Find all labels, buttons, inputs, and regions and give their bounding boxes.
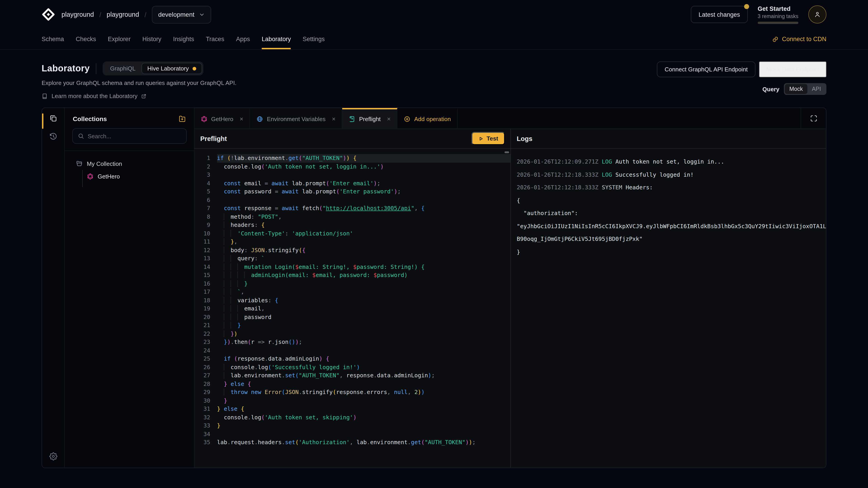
line-number: 20 xyxy=(194,313,217,321)
tab-environment-variables[interactable]: Environment Variables× xyxy=(250,108,342,128)
code-editor[interactable]: 1if (!lab.environment.get("AUTH_TOKEN"))… xyxy=(194,149,510,468)
line-number: 25 xyxy=(194,355,217,363)
code-line[interactable]: 26 console.log('Successfully logged in!'… xyxy=(194,363,510,371)
line-number: 13 xyxy=(194,254,217,263)
query-mode-api[interactable]: API xyxy=(807,84,826,94)
code-line[interactable]: 12 body: JSON.stringify({ xyxy=(194,246,510,254)
query-mode-mock[interactable]: Mock xyxy=(785,84,807,94)
line-content: const email = await lab.prompt('Enter em… xyxy=(217,179,510,188)
code-line[interactable]: 15 adminLogin(email: $email, password: $… xyxy=(194,271,510,280)
collections-search-input[interactable]: Search... xyxy=(72,128,187,144)
code-line[interactable]: 35lab.request.headers.set('Authorization… xyxy=(194,438,510,447)
tab-bar: GetHero×Environment Variables×Preflight×… xyxy=(194,108,826,129)
tab-preflight[interactable]: Preflight× xyxy=(342,108,398,128)
code-line[interactable]: 29 throw new Error(JSON.stringify(respon… xyxy=(194,388,510,396)
code-line[interactable]: 3 xyxy=(194,171,510,179)
code-line[interactable]: 34 xyxy=(194,430,510,438)
code-line[interactable]: 23 }).then(r => r.json()); xyxy=(194,338,510,346)
line-number: 35 xyxy=(194,438,217,447)
log-line: { xyxy=(517,194,826,207)
folder-plus-icon[interactable] xyxy=(179,115,186,123)
tab-gethero[interactable]: GetHero× xyxy=(194,108,250,128)
nav-item-laboratory[interactable]: Laboratory xyxy=(262,29,291,49)
line-number: 24 xyxy=(194,346,217,355)
line-number: 18 xyxy=(194,296,217,304)
code-line[interactable]: 21 } xyxy=(194,321,510,330)
code-line[interactable]: 33} xyxy=(194,422,510,430)
editor-scrollbar-thumb[interactable] xyxy=(504,151,509,153)
code-line[interactable]: 10 'Content-Type': 'application/json' xyxy=(194,229,510,238)
code-line[interactable]: 32 console.log('Auth token set, skipping… xyxy=(194,413,510,422)
code-line[interactable]: 13 query: ` xyxy=(194,254,510,263)
line-content: const response = await fetch("http://loc… xyxy=(217,204,510,213)
code-line[interactable]: 25 if (response.data.adminLogin) { xyxy=(194,355,510,363)
query-mode-label: Query xyxy=(763,86,779,92)
script-icon xyxy=(349,116,355,122)
user-avatar[interactable] xyxy=(808,5,827,24)
search-icon xyxy=(78,133,84,139)
target-selector[interactable]: development xyxy=(152,6,211,23)
laboratory-panel: Collections Search... My Collection xyxy=(41,107,827,468)
nav-item-schema[interactable]: Schema xyxy=(41,29,64,49)
breadcrumb-project[interactable]: playground xyxy=(107,11,139,18)
fullscreen-button[interactable] xyxy=(801,108,826,128)
nav-item-settings[interactable]: Settings xyxy=(303,29,325,49)
mode-option-graphiql[interactable]: GraphiQL xyxy=(104,63,142,74)
code-line[interactable]: 31} else { xyxy=(194,405,510,413)
code-line[interactable]: 18 variables: { xyxy=(194,296,510,304)
code-line[interactable]: 24 xyxy=(194,346,510,355)
collections-icon[interactable] xyxy=(49,114,57,123)
connect-to-cdn-link[interactable]: Connect to CDN xyxy=(772,29,827,49)
tab-label: GetHero xyxy=(211,116,233,122)
close-icon[interactable]: × xyxy=(240,115,243,123)
mock-endpoint-button[interactable]: Mock Data Endpoint xyxy=(759,61,827,77)
code-line[interactable]: 22 }) xyxy=(194,330,510,338)
book-icon xyxy=(41,93,48,99)
connect-endpoint-button[interactable]: Connect GraphQL API Endpoint xyxy=(657,61,755,77)
code-line[interactable]: 19 email, xyxy=(194,304,510,313)
get-started-subtitle: 3 remaining tasks xyxy=(758,13,798,19)
code-line[interactable]: 2 console.log('Auth token not set, loggi… xyxy=(194,162,510,171)
history-icon[interactable] xyxy=(49,132,57,140)
code-line[interactable]: 5 const password = await lab.prompt('Ent… xyxy=(194,188,510,196)
close-icon[interactable]: × xyxy=(332,115,336,123)
code-line[interactable]: 20 password xyxy=(194,313,510,321)
code-line[interactable]: 16 } xyxy=(194,280,510,288)
code-line[interactable]: 27 lab.environment.set("AUTH_TOKEN", res… xyxy=(194,371,510,380)
code-line[interactable]: 7 const response = await fetch("http://l… xyxy=(194,204,510,213)
code-line[interactable]: 14 mutation Login($email: String!, $pass… xyxy=(194,263,510,271)
code-line[interactable]: 11 }, xyxy=(194,238,510,246)
test-button[interactable]: Test xyxy=(471,132,505,145)
breadcrumb-org[interactable]: playground xyxy=(61,11,94,18)
nav-item-explorer[interactable]: Explorer xyxy=(108,29,131,49)
close-icon[interactable]: × xyxy=(387,115,391,123)
code-line[interactable]: 17 `, xyxy=(194,288,510,296)
add-operation-button[interactable]: Add operation xyxy=(397,108,458,128)
line-number: 33 xyxy=(194,422,217,430)
operation-row[interactable]: GetHero xyxy=(65,170,194,183)
mode-option-hive-laboratory[interactable]: Hive Laboratory xyxy=(142,63,202,74)
nav-item-apps[interactable]: Apps xyxy=(236,29,250,49)
nav-item-history[interactable]: History xyxy=(143,29,161,49)
code-line[interactable]: 9 headers: { xyxy=(194,221,510,229)
code-line[interactable]: 8 method: "POST", xyxy=(194,213,510,221)
nav-item-insights[interactable]: Insights xyxy=(173,29,194,49)
operation-label: GetHero xyxy=(98,173,120,180)
code-line[interactable]: 1if (!lab.environment.get("AUTH_TOKEN"))… xyxy=(194,154,510,162)
code-line[interactable]: 30 } xyxy=(194,396,510,405)
collection-folder-row[interactable]: My Collection xyxy=(65,157,194,170)
latest-changes-button[interactable]: Latest changes xyxy=(691,6,748,23)
user-icon xyxy=(814,11,821,18)
get-started-widget[interactable]: Get Started 3 remaining tasks xyxy=(758,5,798,24)
code-line[interactable]: 28 } else { xyxy=(194,380,510,388)
line-number: 23 xyxy=(194,338,217,346)
code-line[interactable]: 4 const email = await lab.prompt('Enter … xyxy=(194,179,510,188)
gear-icon[interactable] xyxy=(49,452,57,460)
line-content: } else { xyxy=(217,405,510,413)
hive-logo-icon[interactable] xyxy=(41,8,55,21)
learn-more-link[interactable]: Learn more about the Laboratory xyxy=(41,93,827,99)
nav-item-checks[interactable]: Checks xyxy=(76,29,96,49)
log-line: "eyJhbGciOiJIUzI1NiIsInR5cCI6IkpXVCJ9.ey… xyxy=(517,220,826,233)
nav-item-traces[interactable]: Traces xyxy=(206,29,224,49)
code-line[interactable]: 6 xyxy=(194,196,510,204)
